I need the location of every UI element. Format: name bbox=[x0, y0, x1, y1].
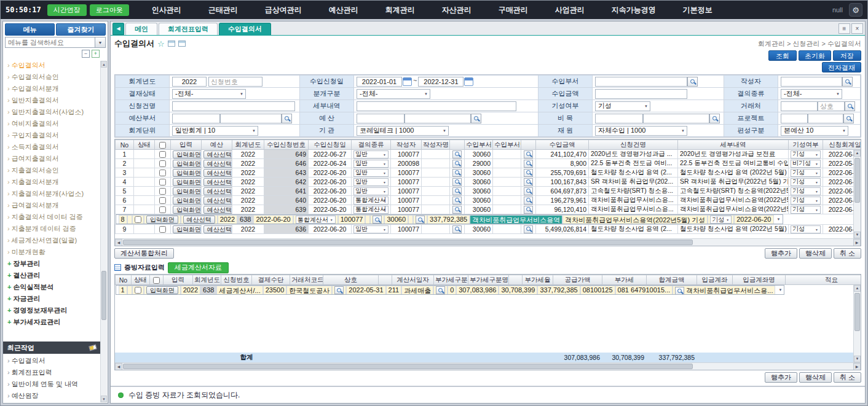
scroll-down-icon[interactable] bbox=[854, 356, 861, 362]
col-income-dept-name[interactable]: 수입부서명 bbox=[493, 140, 521, 150]
favorite-star-icon[interactable]: ☆ bbox=[157, 40, 165, 48]
writer-search-icon[interactable] bbox=[452, 150, 462, 158]
cell-budget[interactable]: 예산선택 bbox=[202, 225, 232, 234]
menu-tree-item[interactable]: 지출결의서승인 bbox=[7, 165, 100, 176]
tab-list-icon[interactable]: ≡ bbox=[838, 23, 850, 34]
sidebar-scrollbar[interactable] bbox=[100, 61, 107, 402]
bimok-code-input[interactable] bbox=[595, 114, 643, 123]
top-menu-item[interactable]: 지속가능경영 bbox=[598, 1, 669, 19]
col-vat-amount[interactable]: 부가세 bbox=[602, 275, 647, 285]
writer-search-icon[interactable] bbox=[452, 187, 462, 195]
menu-tree-item[interactable]: 지출결의서분개 bbox=[7, 176, 100, 188]
top-menu-item[interactable]: 급상여관리 bbox=[251, 1, 315, 19]
cell-input[interactable]: 입력화면 bbox=[171, 187, 202, 196]
writer-search-icon[interactable] bbox=[452, 225, 462, 233]
col-input[interactable]: 입력 bbox=[171, 140, 202, 150]
income-grid-row[interactable]: 4 입력화면 예산선택 2022 642 2022-06-20 일반 1 bbox=[116, 178, 862, 187]
compile-select[interactable]: 본예산 10 bbox=[781, 126, 848, 136]
budget-dept-code-input[interactable] bbox=[172, 114, 220, 123]
cell-budget[interactable]: 예산선택 bbox=[202, 196, 232, 205]
menu-tree-group[interactable]: 부가세자료관리 bbox=[7, 316, 100, 328]
collapse-all-button[interactable]: − bbox=[82, 50, 90, 58]
cell-check[interactable] bbox=[132, 215, 144, 224]
decision-type-cell-select[interactable]: 일반 bbox=[353, 187, 389, 195]
row-checkbox[interactable] bbox=[159, 226, 166, 233]
budget-select-button[interactable]: 예산선택 bbox=[183, 216, 215, 224]
menu-tree-group[interactable]: 결산관리 bbox=[7, 270, 100, 281]
calendar-to-icon[interactable] bbox=[464, 77, 473, 86]
cell-detail[interactable]: 객차비품취급업무서비스용역(2022년5월) 기성 bbox=[562, 215, 708, 224]
cell-dept-search[interactable] bbox=[521, 225, 536, 234]
decision-type-select[interactable]: -전체- bbox=[781, 89, 842, 99]
cell-budget[interactable]: 예산선택 bbox=[202, 150, 232, 159]
cell-check[interactable] bbox=[155, 168, 171, 178]
date-from-input[interactable] bbox=[357, 77, 402, 87]
tab-scroll-left-icon[interactable]: ◀ bbox=[112, 23, 124, 35]
scroll-up-icon[interactable] bbox=[854, 150, 861, 157]
cell-input[interactable]: 입력화면 bbox=[171, 168, 202, 178]
decision-type-cell-select[interactable]: 일반 bbox=[353, 225, 389, 233]
grid2-vertical-scrollbar[interactable] bbox=[853, 285, 861, 362]
invoice-merge-button[interactable]: 계산서통합처리 bbox=[114, 248, 174, 259]
row-checkbox[interactable] bbox=[159, 160, 166, 167]
cell-writer-search[interactable] bbox=[450, 225, 465, 234]
grid1-vertical-scrollbar[interactable] bbox=[853, 150, 861, 238]
menu-tree-item[interactable]: 지출결의서 데이터 검증 bbox=[7, 211, 100, 223]
dept-search-icon[interactable] bbox=[524, 187, 533, 195]
cell-decision-type[interactable]: 일반 bbox=[352, 225, 391, 234]
col-vat-rate[interactable]: 부가세율 bbox=[523, 275, 553, 285]
dept-search-icon[interactable] bbox=[524, 225, 533, 233]
date-to-input[interactable] bbox=[418, 77, 464, 87]
cell-check[interactable] bbox=[155, 225, 171, 234]
cell-title[interactable]: 객차비품취급업무서비스용역 bbox=[470, 215, 562, 224]
menu-tree-group[interactable]: 경영정보재무관리 bbox=[7, 305, 100, 316]
dept-search-icon[interactable] bbox=[524, 206, 533, 214]
tax-invoice-data-button[interactable]: 세금계산서자료 bbox=[168, 262, 229, 273]
cell-input[interactable]: 입력화면 bbox=[171, 150, 202, 159]
col-vendor-name[interactable]: 상호 bbox=[323, 275, 379, 285]
decision-type-cell-select[interactable]: 일반 bbox=[353, 169, 389, 177]
cell-input[interactable]: 입력화면 bbox=[171, 159, 202, 168]
menu-search-input[interactable] bbox=[5, 37, 95, 48]
input-screen-button[interactable]: 입력화면 bbox=[146, 216, 178, 224]
scrollbar-thumb[interactable] bbox=[123, 240, 693, 245]
budget-name-input[interactable] bbox=[404, 114, 471, 123]
sidebar-tab-favorites[interactable]: 즐겨찾기 bbox=[56, 23, 106, 36]
top-menu-item[interactable]: 근태관리 bbox=[195, 1, 251, 19]
menu-search-dropdown-icon[interactable]: ▼ bbox=[95, 37, 106, 48]
cell-giseong[interactable]: 기성 bbox=[789, 187, 823, 196]
cell-decision-type[interactable]: 통합계산서 bbox=[352, 205, 391, 214]
writer-search-icon[interactable] bbox=[452, 160, 462, 168]
col-deposit-account[interactable]: 입금계좌 bbox=[697, 275, 733, 285]
cell-budget[interactable]: 예산선택 bbox=[202, 187, 232, 196]
menu-tree-item[interactable]: 지출결의서분개(사업소) bbox=[7, 188, 100, 200]
col-income-dept[interactable]: 수입부서 bbox=[465, 140, 493, 150]
scroll-left-icon[interactable] bbox=[115, 239, 122, 246]
cell-dept-search[interactable] bbox=[413, 215, 427, 224]
cell-dept-search[interactable] bbox=[521, 205, 536, 214]
vendor-name-input[interactable] bbox=[818, 101, 845, 111]
cell-giseong[interactable]: 기성 bbox=[789, 225, 823, 234]
giseong-cell-select[interactable]: 기성 bbox=[791, 150, 821, 158]
cell-detail[interactable]: 철도차량 청소사업 용역 (2022년 5월) 방역 bbox=[678, 168, 789, 178]
add-row-button[interactable]: 행추가 bbox=[765, 248, 797, 259]
input-screen-button[interactable]: 입력화면 bbox=[173, 150, 202, 158]
giseong-cell-select[interactable]: 기성 bbox=[791, 206, 821, 214]
decision-type-cell-select[interactable]: 통합계산서 bbox=[296, 216, 336, 224]
cell-dept-search[interactable] bbox=[521, 150, 536, 159]
sidebar-tab-menu[interactable]: 메뉴 bbox=[5, 23, 55, 36]
new-window-icon[interactable] bbox=[178, 41, 186, 47]
col-giseong[interactable]: 기성여부 bbox=[789, 140, 823, 150]
cell-writer-search[interactable] bbox=[450, 187, 465, 196]
request-title-input[interactable] bbox=[172, 101, 295, 111]
dept-search-icon[interactable] bbox=[524, 150, 533, 158]
reset-button[interactable]: 초기화 bbox=[799, 50, 831, 61]
budget-select-button[interactable]: 예산선택 bbox=[203, 150, 232, 158]
cell-dept-search[interactable] bbox=[521, 178, 536, 187]
cell-giseong[interactable]: 기성 bbox=[789, 150, 823, 159]
delete-row-button[interactable]: 행삭제 bbox=[799, 372, 832, 383]
cell-dept-search[interactable] bbox=[521, 159, 536, 168]
writer-input[interactable] bbox=[781, 77, 842, 87]
cell-decision-type[interactable]: 일반 bbox=[352, 168, 391, 178]
cell-budget[interactable]: 예산선택 bbox=[202, 205, 232, 214]
